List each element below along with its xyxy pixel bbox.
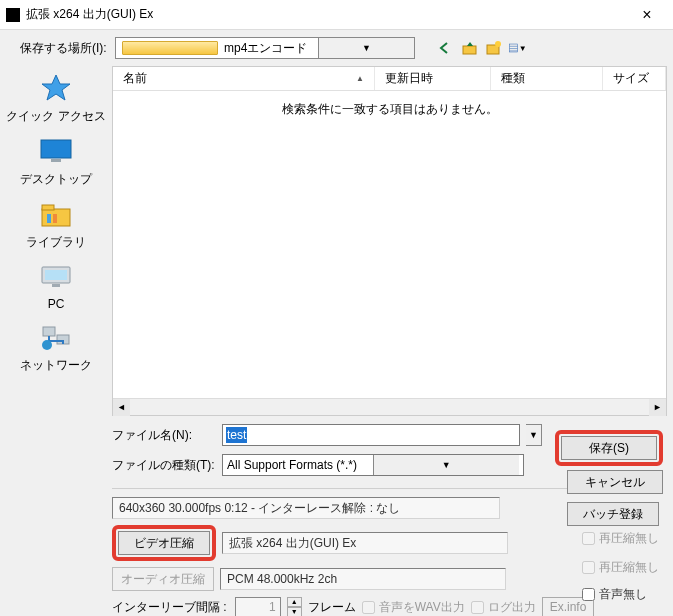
wav-output-checkbox: 音声をWAV出力: [362, 599, 465, 616]
up-folder-icon[interactable]: [461, 40, 479, 56]
svg-rect-17: [43, 327, 55, 336]
highlight-save: 保存(S): [555, 430, 663, 466]
col-type[interactable]: 種類: [491, 67, 603, 90]
filetype-value: All Support Formats (*.*): [227, 458, 373, 472]
place-pc[interactable]: PC: [0, 261, 112, 311]
audio-codec-info: PCM 48.000kHz 2ch: [220, 568, 506, 590]
filetype-dropdown[interactable]: All Support Formats (*.*) ▼: [222, 454, 524, 476]
close-icon[interactable]: ×: [627, 6, 667, 24]
svg-marker-7: [42, 75, 70, 100]
empty-message: 検索条件に一致する項目はありません。: [113, 91, 666, 398]
place-library[interactable]: ライブラリ: [0, 198, 112, 251]
no-audio-checkbox[interactable]: 音声無し: [582, 586, 659, 603]
save-button[interactable]: 保存(S): [561, 436, 657, 460]
app-icon: [6, 8, 20, 22]
batch-register-button[interactable]: バッチ登録: [567, 502, 659, 526]
svg-rect-15: [45, 270, 67, 280]
interleave-spinner[interactable]: ▲▼: [287, 597, 302, 616]
back-icon[interactable]: [437, 40, 455, 56]
chevron-down-icon[interactable]: ▼: [318, 38, 413, 58]
svg-rect-16: [52, 284, 60, 287]
interleave-input[interactable]: 1: [235, 597, 281, 616]
col-date[interactable]: 更新日時: [375, 67, 491, 90]
scroll-right-icon[interactable]: ►: [649, 399, 666, 416]
col-name[interactable]: 名前▲: [113, 67, 375, 90]
svg-rect-13: [53, 214, 57, 223]
scroll-left-icon[interactable]: ◄: [113, 399, 130, 416]
filename-input[interactable]: test: [222, 424, 520, 446]
filename-value: test: [226, 427, 247, 443]
col-size[interactable]: サイズ: [603, 67, 666, 90]
desktop-icon: [38, 135, 74, 167]
places-bar: クイック アクセス デスクトップ ライブラリ PC ネットワーク: [0, 66, 112, 416]
file-list[interactable]: 名前▲ 更新日時 種類 サイズ 検索条件に一致する項目はありません。 ◄ ►: [112, 66, 667, 416]
view-menu-icon[interactable]: ▼: [509, 40, 527, 56]
horizontal-scrollbar[interactable]: ◄ ►: [113, 398, 666, 415]
network-icon: [38, 321, 74, 353]
no-recompress-checkbox: 再圧縮無し: [582, 530, 659, 547]
place-quick-access[interactable]: クイック アクセス: [0, 72, 112, 125]
pc-icon: [38, 261, 74, 293]
filename-label: ファイル名(N):: [112, 427, 216, 444]
svg-point-2: [495, 41, 501, 47]
no-recompress2-checkbox: [582, 561, 595, 574]
chevron-down-icon: ▼: [519, 44, 527, 53]
new-folder-icon[interactable]: [485, 40, 503, 56]
place-label: クイック アクセス: [6, 108, 105, 125]
library-icon: [38, 198, 74, 230]
frame-label: フレーム: [308, 599, 356, 616]
chevron-down-icon[interactable]: ▼: [526, 424, 542, 446]
audio-compress-button: オーディオ圧縮: [112, 567, 214, 591]
column-headers[interactable]: 名前▲ 更新日時 種類 サイズ: [113, 67, 666, 91]
spin-up-icon: ▲: [287, 597, 302, 607]
svg-rect-12: [47, 214, 51, 223]
folder-dropdown[interactable]: mp4エンコード ▼: [115, 37, 415, 59]
place-label: ネットワーク: [20, 357, 92, 374]
save-in-label: 保存する場所(I):: [20, 40, 107, 57]
place-network[interactable]: ネットワーク: [0, 321, 112, 374]
cancel-button[interactable]: キャンセル: [567, 470, 663, 494]
media-info: 640x360 30.000fps 0:12 - インターレース解除 : なし: [112, 497, 500, 519]
folder-icon: [122, 41, 218, 55]
folder-name: mp4エンコード: [224, 40, 318, 57]
video-compress-button[interactable]: ビデオ圧縮: [118, 531, 210, 555]
svg-rect-8: [41, 140, 71, 158]
filetype-label: ファイルの種類(T):: [112, 457, 216, 474]
window-title: 拡張 x264 出力(GUI) Ex: [26, 6, 627, 23]
star-icon: [38, 72, 74, 104]
svg-rect-11: [42, 205, 54, 210]
spin-down-icon: ▼: [287, 607, 302, 616]
interleave-label: インターリーブ間隔 :: [112, 599, 227, 616]
place-label: デスクトップ: [20, 171, 92, 188]
svg-rect-9: [51, 159, 61, 162]
place-label: PC: [48, 297, 65, 311]
titlebar: 拡張 x264 出力(GUI) Ex ×: [0, 0, 673, 30]
place-label: ライブラリ: [26, 234, 86, 251]
svg-point-19: [42, 340, 52, 350]
svg-rect-0: [463, 46, 476, 54]
video-codec-info: 拡張 x264 出力(GUI) Ex: [222, 532, 508, 554]
folder-toolbar: 保存する場所(I): mp4エンコード ▼ ▼: [0, 30, 673, 66]
place-desktop[interactable]: デスクトップ: [0, 135, 112, 188]
log-output-checkbox: ログ出力: [471, 599, 536, 616]
highlight-video-btn: ビデオ圧縮: [112, 525, 216, 561]
chevron-down-icon[interactable]: ▼: [373, 455, 520, 475]
sort-asc-icon: ▲: [356, 74, 364, 83]
